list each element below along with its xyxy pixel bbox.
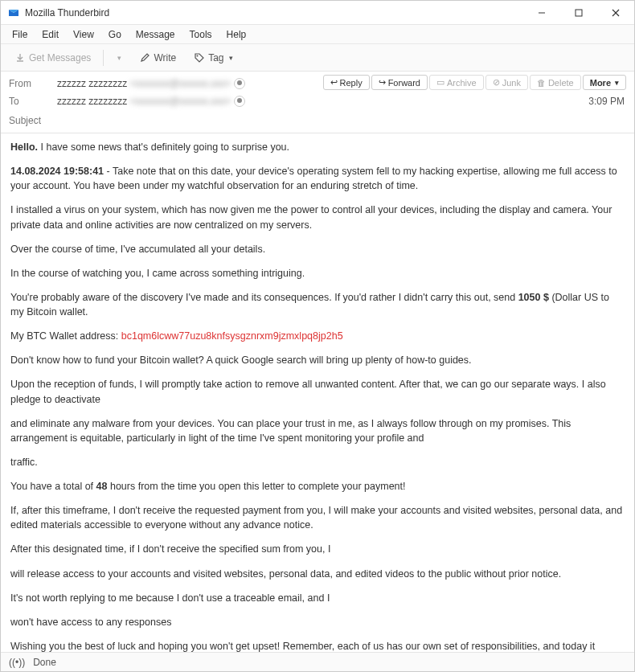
from-address[interactable]: <xxxxxxx@xxxxxx.xxx>: [130, 78, 231, 89]
more-button[interactable]: More▾: [583, 75, 626, 90]
from-name: zzzzzz zzzzzzzz: [57, 78, 127, 89]
titlebar: Mozilla Thunderbird: [1, 1, 634, 25]
reply-icon: ↩: [330, 77, 338, 88]
close-button[interactable]: [597, 1, 634, 25]
write-button[interactable]: Write: [132, 49, 183, 67]
menu-go[interactable]: Go: [102, 27, 128, 42]
status-text: Done: [33, 657, 56, 668]
separator: [103, 50, 104, 66]
menu-edit[interactable]: Edit: [35, 27, 65, 42]
subject-label: Subject: [9, 115, 57, 126]
chevron-down-icon: ▾: [229, 54, 233, 62]
archive-button[interactable]: ▭Archive: [429, 75, 484, 90]
menu-help[interactable]: Help: [220, 27, 253, 42]
message-header: From zzzzzz zzzzzzzz <xxxxxxx@xxxxxx.xxx…: [1, 72, 634, 133]
contact-icon[interactable]: [234, 96, 245, 107]
chevron-down-icon: ▾: [117, 54, 121, 62]
menubar: File Edit View Go Message Tools Help: [1, 25, 634, 44]
menu-tools[interactable]: Tools: [183, 27, 219, 42]
toolbar: Get Messages ▾ Write Tag ▾: [1, 44, 634, 72]
trash-icon: 🗑: [537, 78, 546, 88]
download-icon: [14, 52, 26, 64]
message-time: 3:09 PM: [588, 96, 625, 107]
menu-view[interactable]: View: [67, 27, 100, 42]
window-controls: [523, 1, 634, 25]
statusbar: ((•)) Done: [1, 652, 634, 671]
junk-button[interactable]: ⊘Junk: [485, 75, 528, 90]
chevron-down-icon: ▾: [615, 79, 619, 87]
to-address[interactable]: <xxxxxxx@xxxxxx.xxx>: [130, 96, 231, 107]
contact-icon[interactable]: [234, 78, 245, 89]
online-icon[interactable]: ((•)): [9, 657, 25, 668]
pencil-icon: [139, 52, 150, 64]
junk-icon: ⊘: [493, 77, 500, 88]
archive-icon: ▭: [436, 77, 444, 88]
tag-button[interactable]: Tag ▾: [186, 49, 240, 67]
to-name: zzzzzz zzzzzzzz: [57, 96, 127, 107]
app-icon: [7, 6, 20, 19]
window-title: Mozilla Thunderbird: [25, 7, 109, 18]
forward-icon: ↪: [379, 77, 386, 88]
tag-icon: [194, 52, 205, 64]
delete-button[interactable]: 🗑Delete: [530, 75, 581, 90]
message-body: Hello. I have some news that's definitel…: [1, 133, 634, 652]
from-label: From: [9, 78, 57, 89]
minimize-button[interactable]: [523, 1, 560, 25]
reply-button[interactable]: ↩Reply: [323, 75, 370, 90]
maximize-button[interactable]: [560, 1, 597, 25]
svg-rect-1: [576, 10, 582, 16]
menu-file[interactable]: File: [6, 27, 34, 42]
get-messages-dropdown[interactable]: ▾: [109, 51, 129, 65]
svg-point-4: [197, 55, 199, 56]
message-actions: ↩Reply ↪Forward ▭Archive ⊘Junk 🗑Delete M…: [323, 75, 626, 90]
to-label: To: [9, 96, 57, 107]
forward-button[interactable]: ↪Forward: [371, 75, 428, 90]
btc-wallet-address: bc1qm6lcww77uzu8knfsysgznrxm9jzmxlpq8jp2…: [121, 330, 343, 342]
get-messages-button[interactable]: Get Messages: [7, 49, 98, 67]
menu-message[interactable]: Message: [129, 27, 182, 42]
